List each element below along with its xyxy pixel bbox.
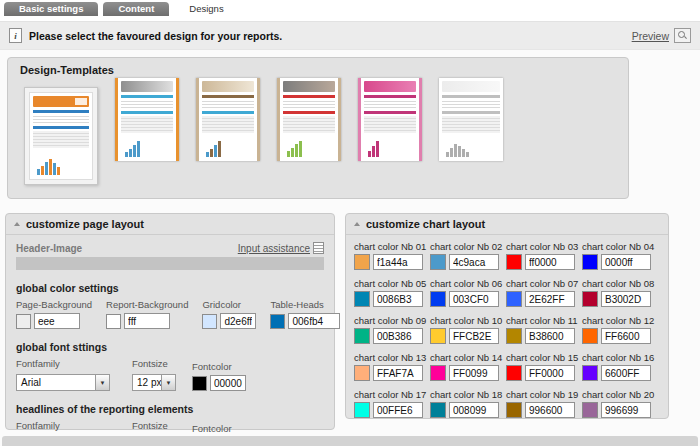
- tab-content[interactable]: Content: [103, 2, 169, 16]
- color-field-report-background: Report-Background: [106, 299, 188, 329]
- template-chart-art: [442, 139, 500, 158]
- chart-color-label-3: chart color Nb 03: [506, 241, 582, 252]
- preview-zoom-icon[interactable]: [674, 28, 691, 43]
- chart-color-cell-13: chart color Nb 13: [354, 352, 430, 389]
- page-background-swatch[interactable]: [16, 314, 31, 329]
- chart-color-swatch-15[interactable]: [506, 365, 522, 381]
- page-layout-body: Header-Image Input assistance global col…: [6, 235, 334, 446]
- table-heads-swatch[interactable]: [270, 314, 285, 329]
- global-fontsize-group: Fontsize 12 px ▼: [132, 358, 176, 391]
- chart-color-swatch-20[interactable]: [582, 402, 598, 418]
- gridcolor-swatch[interactable]: [202, 314, 217, 329]
- gridcolor-input[interactable]: [220, 313, 256, 329]
- chart-color-input-3[interactable]: [525, 254, 575, 270]
- template-band-art: [442, 95, 500, 98]
- chart-color-swatch-19[interactable]: [506, 402, 522, 418]
- template-chart-bar: [133, 145, 136, 157]
- template-table-art: [364, 116, 416, 133]
- chart-color-swatch-5[interactable]: [354, 291, 370, 307]
- chart-color-input-11[interactable]: [525, 328, 575, 344]
- design-template-thumb-2[interactable]: [115, 78, 179, 161]
- preview-area: Preview: [632, 28, 691, 43]
- chart-color-swatch-3[interactable]: [506, 254, 522, 270]
- chart-color-swatch-1[interactable]: [354, 254, 370, 270]
- template-text-art: [33, 115, 89, 124]
- chart-color-cell-10: chart color Nb 10: [430, 315, 506, 352]
- page-background-label: Page-Background: [16, 299, 92, 310]
- page-background-input[interactable]: [34, 313, 80, 329]
- chart-color-swatch-12[interactable]: [582, 328, 598, 344]
- input-assistance-icon[interactable]: [313, 242, 324, 254]
- chart-color-swatch-2[interactable]: [430, 254, 446, 270]
- chart-colors-grid: chart color Nb 01chart color Nb 02chart …: [346, 235, 668, 426]
- design-template-thumb-4[interactable]: [277, 78, 341, 161]
- chart-color-input-7[interactable]: [525, 291, 575, 307]
- chart-color-input-15[interactable]: [525, 365, 575, 381]
- design-template-thumb-1[interactable]: [29, 92, 93, 180]
- chart-color-swatch-4[interactable]: [582, 254, 598, 270]
- chart-color-swatch-11[interactable]: [506, 328, 522, 344]
- chart-color-swatch-6[interactable]: [430, 291, 446, 307]
- fontcolor-label: Fontcolor: [192, 423, 254, 434]
- chart-color-input-9[interactable]: [373, 328, 423, 344]
- template-header-art: [283, 81, 335, 92]
- chart-color-input-12[interactable]: [601, 328, 651, 344]
- chart-color-input-1[interactable]: [373, 254, 423, 270]
- gridcolor-label: Gridcolor: [202, 299, 256, 310]
- design-template-thumb-6[interactable]: [439, 78, 503, 161]
- chart-color-label-4: chart color Nb 04: [582, 241, 658, 252]
- chart-color-input-8[interactable]: [601, 291, 651, 307]
- page-layout-panel-header[interactable]: customize page layout: [6, 214, 334, 235]
- template-band-art: [283, 95, 335, 98]
- design-template-thumb-5[interactable]: [358, 78, 422, 161]
- chart-color-input-6[interactable]: [449, 291, 499, 307]
- template-table-art: [33, 131, 89, 148]
- chart-color-swatch-17[interactable]: [354, 402, 370, 418]
- chart-color-swatch-14[interactable]: [430, 365, 446, 381]
- global-fontsize-select[interactable]: 12 px ▼: [132, 374, 176, 391]
- chart-color-cell-14: chart color Nb 14: [430, 352, 506, 389]
- global-fontfamily-select[interactable]: Arial ▼: [16, 374, 110, 391]
- chart-color-input-13[interactable]: [373, 365, 423, 381]
- footer-bar: [2, 436, 698, 446]
- chart-color-input-2[interactable]: [449, 254, 499, 270]
- global-fontcolor-swatch[interactable]: [192, 376, 207, 391]
- report-background-label: Report-Background: [106, 299, 188, 310]
- chart-color-swatch-16[interactable]: [582, 365, 598, 381]
- chart-layout-panel-header[interactable]: customize chart layout: [346, 214, 668, 235]
- chart-color-input-14[interactable]: [449, 365, 499, 381]
- template-chart-bar: [462, 149, 465, 157]
- global-fontcolor-input[interactable]: [210, 375, 246, 391]
- report-background-input[interactable]: [124, 313, 170, 329]
- chart-color-label-14: chart color Nb 14: [430, 352, 506, 363]
- design-template-thumb-3[interactable]: [196, 78, 260, 161]
- preview-link[interactable]: Preview: [632, 30, 669, 42]
- chart-color-input-20[interactable]: [601, 402, 651, 418]
- chart-color-cell-1: chart color Nb 01: [354, 241, 430, 278]
- tab-bar: Basic settings Content Designs: [4, 2, 244, 17]
- chart-color-swatch-9[interactable]: [354, 328, 370, 344]
- chart-color-input-17[interactable]: [373, 402, 423, 418]
- chart-color-swatch-7[interactable]: [506, 291, 522, 307]
- global-fontfamily-value: Arial: [17, 377, 95, 388]
- selected-template-box: [24, 87, 98, 185]
- tab-basic-settings[interactable]: Basic settings: [4, 2, 98, 16]
- chart-color-input-18[interactable]: [449, 402, 499, 418]
- chart-color-input-16[interactable]: [601, 365, 651, 381]
- template-chart-bar: [299, 141, 302, 157]
- chart-color-swatch-18[interactable]: [430, 402, 446, 418]
- chart-color-swatch-10[interactable]: [430, 328, 446, 344]
- header-image-field[interactable]: [16, 257, 324, 270]
- report-background-swatch[interactable]: [106, 314, 121, 329]
- chart-color-cell-19: chart color Nb 19: [506, 389, 582, 426]
- chart-color-input-10[interactable]: [449, 328, 499, 344]
- chart-color-swatch-8[interactable]: [582, 291, 598, 307]
- input-assistance-link[interactable]: Input assistance: [238, 243, 310, 254]
- chart-color-input-4[interactable]: [601, 254, 651, 270]
- chart-color-input-5[interactable]: [373, 291, 423, 307]
- tab-designs[interactable]: Designs: [174, 2, 238, 16]
- chart-color-label-2: chart color Nb 02: [430, 241, 506, 252]
- chart-color-input-19[interactable]: [525, 402, 575, 418]
- table-heads-input[interactable]: [288, 313, 340, 329]
- chart-color-swatch-13[interactable]: [354, 365, 370, 381]
